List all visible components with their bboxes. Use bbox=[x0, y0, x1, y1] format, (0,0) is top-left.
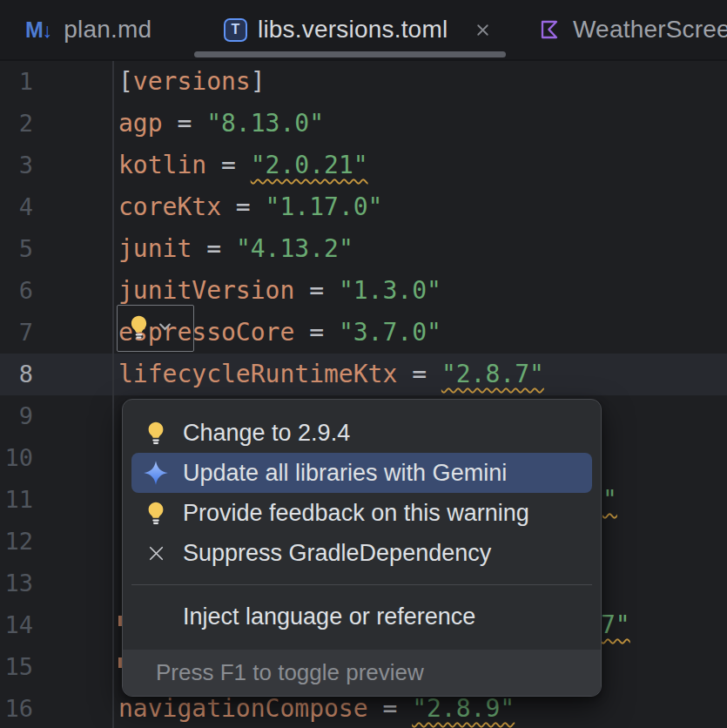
chevron-down-icon bbox=[157, 319, 173, 339]
icon-placeholder bbox=[142, 602, 170, 631]
popup-footer-hint: Press F1 to toggle preview bbox=[156, 659, 424, 686]
intention-bulb-widget[interactable] bbox=[117, 305, 194, 352]
lightbulb-icon bbox=[142, 498, 170, 528]
menu-item-label: Inject language or reference bbox=[183, 603, 475, 630]
code-token: [ bbox=[118, 67, 133, 96]
code-text: agp = "8.13.0" bbox=[118, 103, 324, 145]
menu-item-suppress-gradledependency[interactable]: Suppress GradleDependency bbox=[131, 533, 592, 573]
code-line[interactable]: 5junit = "4.13.2" bbox=[0, 228, 727, 270]
code-token: lifecycleRuntimeKtx bbox=[118, 360, 397, 388]
menu-item-inject-language-or-reference[interactable]: Inject language or reference bbox=[131, 597, 592, 637]
line-number: 6 bbox=[0, 270, 33, 312]
code-token: "4.13.2" bbox=[236, 234, 353, 263]
line-number: 12 bbox=[0, 521, 33, 563]
code-token: junit bbox=[118, 234, 192, 263]
gemini-icon bbox=[142, 458, 170, 488]
code-text: kotlin = "2.0.21" bbox=[118, 145, 368, 186]
clipped-code-fragment: 7" bbox=[601, 604, 630, 646]
code-text: coreKtx = "1.17.0" bbox=[118, 186, 382, 228]
line-number: 14 bbox=[0, 604, 33, 646]
menu-item-change-to-2-9-4[interactable]: Change to 2.9.4 bbox=[131, 413, 592, 453]
code-token: "1.17.0" bbox=[266, 192, 383, 221]
code-token: = bbox=[221, 192, 266, 221]
tab-libs-versions-toml[interactable]: T libs.versions.toml bbox=[194, 0, 506, 59]
editor-tab-bar: M↓ plan.md T libs.versions.toml WeatherS… bbox=[0, 0, 727, 61]
line-number: 4 bbox=[0, 186, 33, 228]
tab-label: WeatherScree bbox=[573, 16, 727, 44]
tab-label: libs.versions.toml bbox=[258, 16, 448, 44]
line-number: 10 bbox=[0, 437, 33, 479]
code-token: = bbox=[206, 151, 251, 179]
code-text: [versions] bbox=[118, 61, 266, 103]
code-line[interactable]: 1[versions] bbox=[0, 61, 727, 103]
code-line[interactable]: 8lifecycleRuntimeKtx = "2.8.7" bbox=[0, 354, 727, 395]
popup-separator bbox=[131, 584, 592, 585]
code-line[interactable]: 6junitVersion = "1.3.0" bbox=[0, 270, 727, 312]
code-text: lifecycleRuntimeKtx = "2.8.7" bbox=[118, 354, 544, 395]
line-number: 9 bbox=[0, 395, 33, 437]
menu-item-label: Provide feedback on this warning bbox=[183, 500, 529, 527]
menu-item-provide-feedback-on-this-warning[interactable]: Provide feedback on this warning bbox=[131, 493, 592, 533]
code-token: = bbox=[192, 234, 236, 263]
warning-token: "2.8.7" bbox=[441, 360, 544, 388]
popup-footer: Press F1 to toggle preview bbox=[123, 650, 601, 696]
code-token: agp bbox=[118, 109, 163, 138]
intention-actions-popup: Change to 2.9.4Update all libraries with… bbox=[122, 399, 602, 697]
code-token: = bbox=[294, 276, 339, 305]
markdown-file-icon: M↓ bbox=[25, 17, 52, 43]
code-token: versions bbox=[133, 67, 251, 96]
menu-item-label: Change to 2.9.4 bbox=[183, 420, 350, 447]
lightbulb-icon bbox=[142, 418, 170, 448]
code-token: "1.3.0" bbox=[339, 276, 441, 305]
code-token: = bbox=[294, 318, 339, 347]
code-line[interactable]: 7espressoCore = "3.7.0" bbox=[0, 312, 727, 354]
code-token: kotlin bbox=[118, 151, 206, 179]
code-token: junitVersion bbox=[118, 276, 294, 305]
code-text: junit = "4.13.2" bbox=[118, 228, 353, 270]
tab-weatherscreen[interactable]: WeatherScree bbox=[506, 0, 727, 59]
code-token: navigationCompose bbox=[118, 694, 368, 723]
close-icon bbox=[142, 538, 170, 568]
lightbulb-icon bbox=[125, 313, 152, 344]
menu-item-update-all-libraries-with-gemini[interactable]: Update all libraries with Gemini bbox=[131, 453, 592, 493]
tab-label: plan.md bbox=[64, 16, 151, 44]
code-token: coreKtx bbox=[118, 192, 221, 221]
active-tab-underline bbox=[194, 51, 506, 57]
close-tab-icon[interactable] bbox=[474, 21, 492, 39]
warning-token: "2.8.9" bbox=[412, 694, 515, 723]
line-number: 3 bbox=[0, 145, 33, 186]
line-number: 8 bbox=[0, 354, 33, 395]
gutter-separator bbox=[112, 61, 114, 728]
clipped-code-fragment: " bbox=[602, 479, 617, 521]
menu-item-label: Update all libraries with Gemini bbox=[183, 460, 507, 487]
tab-plan-md[interactable]: M↓ plan.md bbox=[0, 0, 194, 59]
line-number: 16 bbox=[0, 688, 33, 728]
code-token: = bbox=[163, 109, 207, 138]
code-token: ] bbox=[251, 67, 266, 96]
line-number: 11 bbox=[0, 479, 33, 521]
line-number: 13 bbox=[0, 563, 33, 604]
line-number: 1 bbox=[0, 61, 33, 103]
line-number: 5 bbox=[0, 228, 33, 270]
code-line[interactable]: 4coreKtx = "1.17.0" bbox=[0, 186, 727, 228]
code-line[interactable]: 3kotlin = "2.0.21" bbox=[0, 145, 727, 186]
kotlin-file-icon bbox=[537, 17, 562, 42]
code-token: "8.13.0" bbox=[206, 109, 324, 138]
warning-token: "2.0.21" bbox=[251, 151, 368, 179]
line-number: 15 bbox=[0, 646, 33, 688]
line-number: 2 bbox=[0, 103, 33, 145]
code-token: = bbox=[397, 360, 441, 388]
code-token: = bbox=[368, 694, 413, 723]
code-token: "3.7.0" bbox=[339, 318, 441, 347]
toml-file-icon: T bbox=[224, 18, 247, 42]
line-number: 7 bbox=[0, 312, 33, 354]
menu-item-label: Suppress GradleDependency bbox=[183, 540, 491, 567]
code-line[interactable]: 2agp = "8.13.0" bbox=[0, 103, 727, 145]
